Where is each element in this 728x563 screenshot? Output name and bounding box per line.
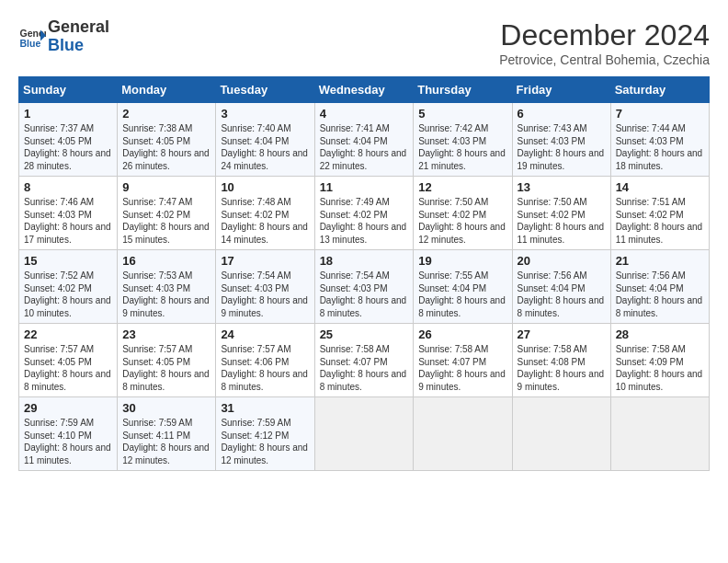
sunset-label: Sunset: 4:07 PM [418,357,486,367]
sunrise-label: Sunrise: 7:50 AM [518,197,587,207]
day-info: Sunrise: 7:44 AM Sunset: 4:03 PM Dayligh… [616,122,704,172]
daylight-label: Daylight: 8 hours and 19 minutes. [518,148,605,171]
day-info: Sunrise: 7:37 AM Sunset: 4:05 PM Dayligh… [24,122,112,172]
day-info: Sunrise: 7:49 AM Sunset: 4:02 PM Dayligh… [320,196,409,246]
daylight-label: Daylight: 8 hours and 10 minutes. [24,295,111,318]
sunrise-label: Sunrise: 7:50 AM [418,197,488,207]
sunset-label: Sunset: 4:04 PM [221,136,289,146]
daylight-label: Daylight: 8 hours and 12 minutes. [122,442,210,465]
calendar-cell: 8 Sunrise: 7:46 AM Sunset: 4:03 PM Dayli… [19,177,118,250]
sunset-label: Sunset: 4:03 PM [221,283,289,293]
daylight-label: Daylight: 8 hours and 12 minutes. [418,222,506,245]
calendar-subtitle: Petrovice, Central Bohemia, Czechia [499,52,710,67]
calendar-cell: 25 Sunrise: 7:58 AM Sunset: 4:07 PM Dayl… [314,324,414,397]
day-info: Sunrise: 7:53 AM Sunset: 4:03 PM Dayligh… [122,270,210,319]
calendar-cell: 1 Sunrise: 7:37 AM Sunset: 4:05 PM Dayli… [19,103,118,177]
daylight-label: Daylight: 8 hours and 8 minutes. [518,295,605,318]
day-number: 4 [320,107,409,121]
daylight-label: Daylight: 8 hours and 14 minutes. [221,222,308,245]
day-info: Sunrise: 7:59 AM Sunset: 4:10 PM Dayligh… [24,417,112,466]
day-number: 18 [320,254,409,268]
day-info: Sunrise: 7:58 AM Sunset: 4:08 PM Dayligh… [518,343,606,393]
sunrise-label: Sunrise: 7:42 AM [418,123,488,133]
calendar-cell: 10 Sunrise: 7:48 AM Sunset: 4:02 PM Dayl… [216,177,314,250]
day-number: 11 [320,180,409,194]
sunrise-label: Sunrise: 7:58 AM [518,344,587,354]
day-number: 9 [122,180,210,194]
logo: General Blue General Blue [18,18,109,55]
day-number: 12 [418,180,506,194]
weekday-header-saturday: Saturday [610,77,709,103]
day-info: Sunrise: 7:48 AM Sunset: 4:02 PM Dayligh… [221,196,309,246]
sunset-label: Sunset: 4:05 PM [122,357,190,367]
sunrise-label: Sunrise: 7:44 AM [616,123,686,133]
weekday-header-sunday: Sunday [19,77,118,103]
calendar-cell: 11 Sunrise: 7:49 AM Sunset: 4:02 PM Dayl… [314,177,414,250]
daylight-label: Daylight: 8 hours and 18 minutes. [616,148,703,171]
day-number: 6 [518,107,606,121]
page-header: General Blue General Blue December 2024 … [18,18,710,67]
day-number: 26 [418,327,506,341]
calendar-week-2: 8 Sunrise: 7:46 AM Sunset: 4:03 PM Dayli… [19,177,710,250]
daylight-label: Daylight: 8 hours and 24 minutes. [221,148,308,171]
sunrise-label: Sunrise: 7:38 AM [122,123,192,133]
calendar-week-3: 15 Sunrise: 7:52 AM Sunset: 4:02 PM Dayl… [19,250,710,324]
weekday-header-tuesday: Tuesday [216,77,314,103]
calendar-cell: 5 Sunrise: 7:42 AM Sunset: 4:03 PM Dayli… [414,103,512,177]
daylight-label: Daylight: 8 hours and 9 minutes. [518,369,605,392]
sunrise-label: Sunrise: 7:49 AM [320,197,390,207]
sunrise-label: Sunrise: 7:56 AM [616,270,686,281]
sunrise-label: Sunrise: 7:46 AM [24,197,94,207]
day-number: 30 [122,401,210,415]
calendar-cell: 19 Sunrise: 7:55 AM Sunset: 4:04 PM Dayl… [414,250,512,324]
sunrise-label: Sunrise: 7:59 AM [221,418,290,428]
sunset-label: Sunset: 4:07 PM [320,357,388,367]
weekday-header-monday: Monday [118,77,216,103]
sunrise-label: Sunrise: 7:47 AM [122,197,192,207]
sunset-label: Sunset: 4:04 PM [418,283,486,293]
calendar-cell: 18 Sunrise: 7:54 AM Sunset: 4:03 PM Dayl… [314,250,414,324]
sunrise-label: Sunrise: 7:58 AM [616,344,686,354]
day-number: 28 [616,327,704,341]
daylight-label: Daylight: 8 hours and 8 minutes. [418,295,506,318]
day-number: 21 [616,254,704,268]
calendar-cell [610,397,709,471]
day-info: Sunrise: 7:46 AM Sunset: 4:03 PM Dayligh… [24,196,112,246]
daylight-label: Daylight: 8 hours and 13 minutes. [320,222,407,245]
weekday-header-friday: Friday [512,77,610,103]
day-info: Sunrise: 7:40 AM Sunset: 4:04 PM Dayligh… [221,122,309,172]
sunrise-label: Sunrise: 7:40 AM [221,123,290,133]
calendar-cell: 7 Sunrise: 7:44 AM Sunset: 4:03 PM Dayli… [610,103,709,177]
day-number: 7 [616,107,704,121]
sunset-label: Sunset: 4:02 PM [122,210,190,220]
sunset-label: Sunset: 4:11 PM [122,431,190,441]
day-info: Sunrise: 7:50 AM Sunset: 4:02 PM Dayligh… [518,196,606,246]
calendar-cell: 23 Sunrise: 7:57 AM Sunset: 4:05 PM Dayl… [118,324,216,397]
day-number: 1 [24,107,112,121]
daylight-label: Daylight: 8 hours and 8 minutes. [320,369,407,392]
sunrise-label: Sunrise: 7:52 AM [24,270,94,281]
day-number: 29 [24,401,112,415]
day-number: 25 [320,327,409,341]
sunrise-label: Sunrise: 7:55 AM [418,270,488,281]
sunrise-label: Sunrise: 7:54 AM [320,270,390,281]
calendar-week-1: 1 Sunrise: 7:37 AM Sunset: 4:05 PM Dayli… [19,103,710,177]
day-info: Sunrise: 7:58 AM Sunset: 4:07 PM Dayligh… [320,343,409,393]
calendar-cell: 9 Sunrise: 7:47 AM Sunset: 4:02 PM Dayli… [118,177,216,250]
sunrise-label: Sunrise: 7:57 AM [221,344,290,354]
sunset-label: Sunset: 4:05 PM [122,136,190,146]
day-info: Sunrise: 7:59 AM Sunset: 4:11 PM Dayligh… [122,417,210,466]
sunrise-label: Sunrise: 7:53 AM [122,270,192,281]
calendar-cell: 17 Sunrise: 7:54 AM Sunset: 4:03 PM Dayl… [216,250,314,324]
sunrise-label: Sunrise: 7:56 AM [518,270,587,281]
daylight-label: Daylight: 8 hours and 8 minutes. [320,295,407,318]
daylight-label: Daylight: 8 hours and 9 minutes. [221,295,308,318]
sunset-label: Sunset: 4:08 PM [518,357,586,367]
day-info: Sunrise: 7:59 AM Sunset: 4:12 PM Dayligh… [221,417,309,466]
day-info: Sunrise: 7:54 AM Sunset: 4:03 PM Dayligh… [320,270,409,319]
calendar-cell [314,397,414,471]
sunset-label: Sunset: 4:05 PM [24,136,92,146]
sunset-label: Sunset: 4:03 PM [418,136,486,146]
sunset-label: Sunset: 4:05 PM [24,357,92,367]
day-number: 20 [518,254,606,268]
